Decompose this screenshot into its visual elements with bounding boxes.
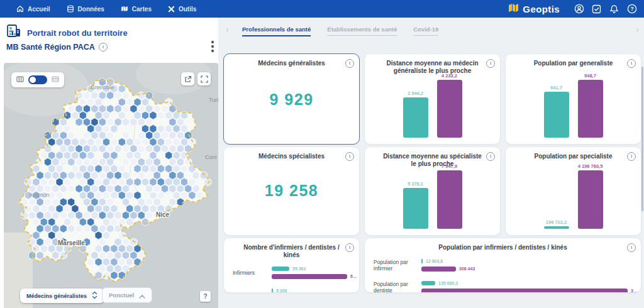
scrollbar-thumb[interactable] (641, 67, 643, 211)
bar-chart: 196 722,2 4 196 760,5 (506, 166, 641, 229)
share-map-button[interactable] (181, 72, 194, 85)
hbar-teal (272, 267, 289, 271)
hbar-row: Dentistes 5 306 51 727 (224, 288, 359, 293)
tab-covid-19[interactable]: Covid-19 (413, 26, 438, 36)
info-icon[interactable]: i (345, 59, 354, 68)
bar-teal: 2 944,2 (403, 97, 428, 138)
nav-item-cartes[interactable]: Cartes (121, 5, 152, 13)
indicator-value: 19 258 (224, 182, 359, 200)
indicator-value: 9 929 (224, 91, 359, 109)
brand-name: Geoptis (523, 4, 560, 14)
bar-chart: 2 944,2 4 233,2 (365, 75, 500, 138)
portrait-robot-icon (6, 24, 21, 41)
map-canvas[interactable]: GrenobleAvignonMarseilleNiceTurinConi Mé… (4, 63, 218, 308)
card-distance-specialiste[interactable]: Distance moyenne au spécialiste le plus … (364, 146, 501, 236)
home-icon (16, 5, 24, 13)
bar-teal: 941,7 (544, 92, 569, 138)
page-title: Portrait robot du territoire (27, 28, 128, 38)
card-title: Médecins spécialistes (239, 153, 344, 160)
tabs-prev-chevron-icon[interactable]: ‹ (226, 25, 229, 34)
columns-icon[interactable] (16, 74, 24, 85)
map-view-toggle[interactable] (28, 75, 47, 84)
layer-selector[interactable]: Médecins généralistes (20, 289, 104, 303)
nav-item-label: Cartes (132, 6, 152, 13)
nav-item-donnees[interactable]: Données (67, 5, 104, 13)
bar-purple: 4 196 760,5 (578, 170, 603, 229)
hbar-purple (272, 274, 347, 279)
bar-purple: 4 233,2 (437, 80, 462, 138)
bar-chart: 941,7 948,7 (506, 75, 641, 138)
svg-text:?: ? (630, 6, 633, 12)
brand-logo: Geoptis (508, 3, 560, 14)
tab-bar: Professionnels de santé Établissements d… (242, 26, 438, 36)
info-icon[interactable]: i (627, 152, 636, 161)
nav-item-label: Données (78, 6, 104, 13)
hbar-purple (421, 289, 628, 294)
card-title: Population par infirmiers / dentistes / … (380, 244, 626, 251)
hbar-purple (421, 267, 456, 272)
rows-icon[interactable] (52, 74, 59, 85)
card-title: Médecins généralistes (239, 60, 344, 67)
bell-icon[interactable] (609, 4, 619, 14)
bar-chart: 5 378,1 7 947,9 (365, 166, 500, 229)
map-city-label: Nice (156, 211, 170, 218)
tools-icon (168, 6, 175, 13)
map-city-label: Grenoble (91, 84, 114, 91)
hbar-row: Infirmiers 55 363 674 633 (224, 266, 359, 279)
fullscreen-button[interactable] (197, 72, 211, 85)
map-city-label: Avignon (29, 192, 49, 198)
map-city-label: Turin (209, 97, 218, 103)
dashboard-panel: ‹ Professionnels de santé Établissements… (218, 18, 644, 308)
card-nombre-infirmiers-dentistes-kines[interactable]: Nombre d'infirmiers / dentistes / kinés … (223, 238, 360, 293)
left-panel: Portrait robot du territoire MB Santé Ré… (0, 18, 218, 308)
help-icon[interactable]: ? (626, 4, 637, 14)
kebab-menu-icon[interactable]: ••• (208, 40, 217, 53)
tab-etablissements-de-sante[interactable]: Établissements de santé (327, 26, 397, 36)
bar-purple: 7 947,9 (437, 170, 462, 229)
card-medecins-generalistes[interactable]: Médecins généralistes i 9 929 (223, 53, 360, 145)
card-population-infirmiers-dentistes-kines[interactable]: Population par infirmiers / dentistes / … (364, 238, 641, 293)
card-medecins-specialistes[interactable]: Médecins spécialistes i 19 258 (223, 146, 360, 236)
tabs-next-chevron-icon[interactable]: › (636, 25, 639, 34)
hbar-teal (421, 259, 423, 263)
bar-teal: 196 722,2 (544, 226, 569, 229)
top-navbar: Accueil Données Cartes Outils Geoptis ? (0, 0, 644, 18)
geoptis-logo-icon (508, 3, 519, 14)
hexbin-map: GrenobleAvignonMarseilleNiceTurinConi (4, 63, 218, 308)
bar-teal: 5 378,1 (403, 188, 428, 229)
card-population-specialiste[interactable]: Population par specialiste i 196 722,2 4… (505, 146, 641, 236)
map-layout-switch (11, 72, 64, 87)
info-icon[interactable]: i (627, 243, 636, 252)
database-icon (67, 5, 74, 13)
info-icon[interactable]: i (627, 59, 636, 68)
tab-professionnels-de-sante[interactable]: Professionnels de santé (242, 26, 311, 36)
card-population-generaliste[interactable]: Population par generaliste i 941,7 948,7 (505, 53, 641, 145)
chevron-up-icon (139, 290, 145, 301)
user-icon[interactable] (574, 4, 584, 14)
nav-item-outils[interactable]: Outils (168, 6, 196, 13)
info-icon[interactable]: i (486, 152, 495, 161)
info-icon[interactable]: i (345, 243, 354, 252)
card-distance-generaliste[interactable]: Distance moyenne au médecin généraliste … (364, 53, 501, 145)
map-help-button[interactable]: ? (200, 291, 211, 302)
info-icon[interactable]: i (486, 59, 495, 68)
card-title: Nombre d'infirmiers / dentistes / kinés (239, 244, 344, 259)
nav-item-label: Outils (179, 6, 196, 13)
nav-item-accueil[interactable]: Accueil (16, 5, 50, 13)
hbar-row: Population par infirmier 12 803,8 306 44… (365, 258, 641, 272)
map-city-label: Coni (205, 154, 217, 160)
bar-purple: 948,7 (578, 80, 603, 138)
info-icon[interactable]: i (99, 43, 108, 52)
map-city-label: Marseille (58, 239, 85, 246)
chevron-up-down-icon (92, 290, 97, 302)
hbar-teal (272, 289, 273, 293)
nav-item-label: Accueil (28, 6, 50, 13)
map-subtitle: MB Santé Région PACA (6, 43, 95, 52)
info-icon[interactable]: i (345, 152, 354, 161)
card-title: Population par generaliste (521, 60, 626, 67)
tasks-icon[interactable] (591, 4, 602, 14)
card-title: Population par specialiste (521, 153, 626, 160)
hbar-row: Population par dentiste 135 680,3 3 459 … (365, 280, 641, 293)
mode-selector[interactable]: Ponctuel (102, 287, 152, 303)
map-icon (121, 5, 128, 13)
